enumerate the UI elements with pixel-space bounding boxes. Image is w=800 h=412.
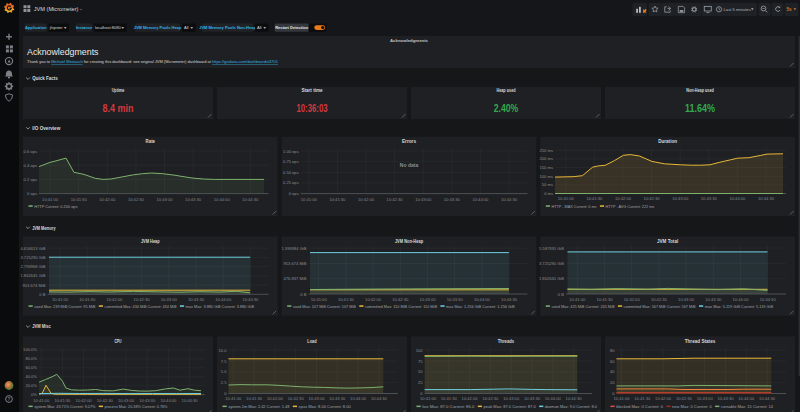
svg-text:10:42:00: 10:42:00 (358, 197, 375, 202)
svg-text:10:41:00: 10:41:00 (420, 396, 437, 401)
svg-text:Acknowledgments: Acknowledgments (27, 47, 99, 57)
svg-text:10:43:00: 10:43:00 (118, 398, 135, 403)
svg-text:10:44:30: 10:44:30 (242, 297, 259, 302)
svg-text:Quick Facts: Quick Facts (32, 76, 58, 81)
svg-text:All: All (184, 25, 189, 30)
svg-text:JVM Memory: JVM Memory (32, 226, 56, 231)
svg-text:max Max: 5.119 GiB Current: 5: max Max: 5.119 GiB Current: 5.119 GiB (705, 304, 774, 309)
svg-text:Uptime: Uptime (112, 87, 125, 93)
svg-text:0 B: 0 B (39, 292, 45, 297)
svg-text:10:43:30: 10:43:30 (139, 398, 156, 403)
svg-text:10:41:00: 10:41:00 (33, 398, 50, 403)
svg-text:10:43:00: 10:43:00 (672, 196, 689, 201)
svg-text:40: 40 (610, 369, 615, 374)
svg-text:10:42:30: 10:42:30 (676, 396, 693, 401)
svg-text:10:44:30: 10:44:30 (242, 197, 259, 202)
svg-text:daemon Max: 9.0 Current: 8.0: daemon Max: 9.0 Current: 8.0 (545, 404, 598, 409)
svg-text:10:42:00: 10:42:00 (76, 398, 93, 403)
svg-text:10:43:30: 10:43:30 (444, 197, 461, 202)
svg-text:10:41:30: 10:41:30 (54, 398, 71, 403)
svg-text:10:42:30: 10:42:30 (387, 197, 404, 202)
svg-text:0%: 0% (31, 392, 37, 397)
svg-text:200 ms: 200 ms (540, 156, 553, 161)
svg-text:HTTP - MAX Current: 0 ms: HTTP - MAX Current: 0 ms (552, 204, 597, 209)
svg-text:10:43:30: 10:43:30 (705, 297, 722, 302)
svg-text:10:41:00: 10:41:00 (52, 297, 69, 302)
svg-text:10:41:30: 10:41:30 (71, 197, 88, 202)
svg-text:committed Max: 110 MiB Curren: committed Max: 110 MiB Current: 110 MiB (365, 304, 437, 309)
svg-text:10:41:30: 10:41:30 (329, 197, 346, 202)
svg-text:10:41:30: 10:41:30 (441, 396, 458, 401)
svg-text:10:43:30: 10:43:30 (188, 297, 205, 302)
svg-text:10:44:30: 10:44:30 (182, 398, 199, 403)
svg-text:10:41:00: 10:41:00 (225, 396, 242, 401)
svg-text:60: 60 (610, 359, 615, 364)
svg-text:5s: 5s (787, 7, 793, 12)
svg-text:10:41:30: 10:41:30 (246, 396, 263, 401)
svg-text:10:44:00: 10:44:00 (214, 197, 231, 202)
svg-text:10:41:00: 10:41:00 (614, 396, 631, 401)
svg-text:1.00 ops: 1.00 ops (283, 149, 299, 154)
svg-text:10:42:30: 10:42:30 (392, 297, 409, 302)
svg-text:10:41:00: 10:41:00 (311, 297, 328, 302)
svg-text:11.64%: 11.64% (685, 102, 715, 114)
svg-text:50 ms: 50 ms (542, 182, 553, 187)
svg-text:10:42:00: 10:42:00 (267, 396, 284, 401)
svg-text:25: 25 (418, 380, 423, 385)
svg-text:10:43:30: 10:43:30 (185, 197, 202, 202)
svg-text:10.0: 10.0 (219, 348, 228, 353)
svg-text:10:41:30: 10:41:30 (79, 297, 96, 302)
svg-text:10:41:30: 10:41:30 (597, 297, 614, 302)
svg-text:?: ? (8, 397, 11, 402)
svg-text:JVM Misc: JVM Misc (32, 324, 51, 329)
svg-text:localhost:8080: localhost:8080 (95, 25, 122, 30)
svg-text:JVM (Micrometer) -: JVM (Micrometer) - (34, 6, 82, 12)
svg-text:10:44:00: 10:44:00 (474, 297, 491, 302)
svg-text:used Max: 425 MiB Current: 24: used Max: 425 MiB Current: 245 MiB (552, 304, 615, 309)
svg-text:0.50 ops: 0.50 ops (283, 170, 299, 175)
svg-text:HTTP Current: 0.200 ops: HTTP Current: 0.200 ops (34, 204, 77, 209)
svg-text:10:43:00: 10:43:00 (697, 396, 714, 401)
svg-text:80: 80 (610, 348, 615, 353)
svg-text:0.25 ops: 0.25 ops (283, 180, 299, 185)
svg-text:system-1m Max: 2.42 Current:: system-1m Max: 2.42 Current: 1.48 (228, 404, 290, 409)
svg-text:10:42:30: 10:42:30 (128, 197, 145, 202)
svg-text:10:43:00: 10:43:00 (157, 197, 174, 202)
svg-text:7.5: 7.5 (221, 359, 227, 364)
svg-text:Last 5 minutes: Last 5 minutes (724, 7, 751, 12)
svg-text:50: 50 (418, 369, 423, 374)
svg-text:No data: No data (400, 162, 419, 168)
svg-text:used Max: 239 MiB Current: 95: used Max: 239 MiB Current: 95 MiB (34, 304, 96, 309)
svg-text:10:44:30: 10:44:30 (371, 396, 388, 401)
svg-text:10:44:30: 10:44:30 (501, 197, 518, 202)
svg-text:0 ops: 0 ops (27, 191, 37, 196)
svg-text:10:41:30: 10:41:30 (634, 396, 651, 401)
svg-text:max Max: 3.880 GiB Current: 3: max Max: 3.880 GiB Current: 3.880 GiB (186, 304, 255, 309)
svg-text:10:44:00: 10:44:00 (729, 196, 746, 201)
svg-text:1.862645 GiB: 1.862645 GiB (20, 273, 45, 278)
svg-text:Start time: Start time (301, 87, 322, 93)
svg-text:Thread States: Thread States (685, 338, 716, 344)
svg-text:10:43:30: 10:43:30 (701, 196, 718, 201)
svg-text:0.6 ops: 0.6 ops (24, 149, 37, 154)
svg-text:10:42:00: 10:42:00 (365, 297, 382, 302)
svg-text:100: 100 (416, 348, 424, 353)
svg-text:2.793968 GiB: 2.793968 GiB (20, 264, 45, 269)
svg-text:5.0: 5.0 (221, 369, 227, 374)
svg-text:0 B: 0 B (558, 292, 564, 297)
svg-text:10:43:00: 10:43:00 (678, 297, 695, 302)
svg-text:8.4 min: 8.4 min (103, 102, 134, 114)
svg-text:10:44:30: 10:44:30 (566, 396, 583, 401)
svg-text:Thank you to Michael Weirauch: Thank you to Michael Weirauch for creati… (27, 59, 279, 64)
svg-text:2.5: 2.5 (221, 380, 227, 385)
svg-text:10:42:30: 10:42:30 (651, 297, 668, 302)
svg-text:10:44:30: 10:44:30 (501, 297, 518, 302)
svg-text:40.0%: 40.0% (25, 374, 37, 379)
svg-text:10:44:00: 10:44:00 (733, 297, 750, 302)
svg-text:10:44:00: 10:44:00 (215, 297, 232, 302)
svg-text:10:43:00: 10:43:00 (161, 297, 178, 302)
svg-text:JVM Heap: JVM Heap (141, 238, 160, 244)
svg-text:Errors: Errors (402, 138, 416, 144)
svg-text:10:42:00: 10:42:00 (615, 196, 632, 201)
svg-text:committed Max: 434 MiB Curren: committed Max: 434 MiB Current: 434 MiB (105, 304, 177, 309)
